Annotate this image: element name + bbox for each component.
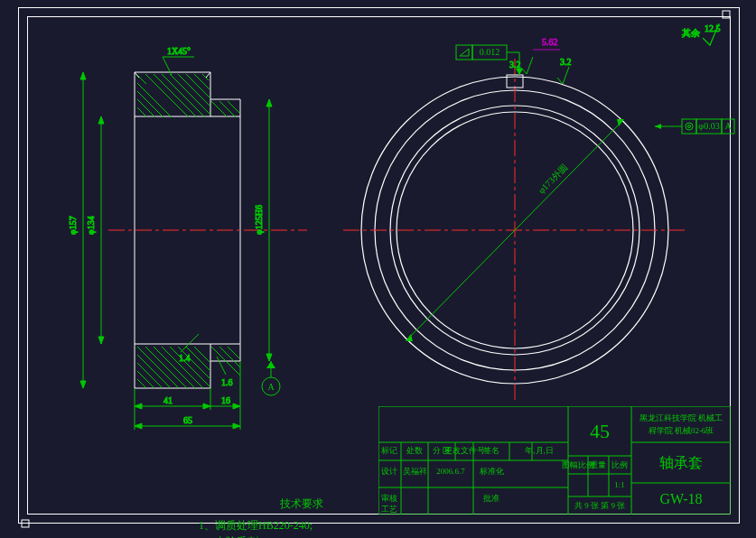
svg-text:12.5: 12.5 — [705, 23, 721, 33]
svg-line-34 — [219, 347, 240, 367]
svg-text:重量: 重量 — [590, 460, 606, 469]
svg-line-24 — [137, 371, 154, 388]
svg-rect-86 — [682, 119, 696, 134]
svg-line-32 — [194, 347, 210, 362]
svg-text:比例: 比例 — [611, 460, 628, 469]
tb-material: 45 — [590, 420, 610, 442]
svg-text:φ0.03: φ0.03 — [698, 121, 719, 131]
surface-general: 其余 12.5 — [682, 23, 721, 45]
dim-bore: φ125H6 — [254, 205, 264, 235]
svg-marker-44 — [266, 354, 272, 361]
svg-line-8 — [137, 99, 155, 117]
dim-len-step: 16 — [221, 395, 230, 405]
dim-chamfer: 1X45° — [167, 46, 191, 56]
svg-rect-95 — [723, 11, 730, 18]
svg-line-13 — [170, 74, 210, 115]
svg-text:处数: 处数 — [406, 446, 423, 455]
section-view: φ157 φ134 φ125H6 41 16 65 1X45° — [68, 46, 307, 430]
svg-marker-52 — [233, 423, 240, 429]
tb-school2: 程学院 机械02-6班 — [649, 426, 714, 435]
svg-marker-46 — [135, 404, 142, 409]
svg-line-5 — [137, 75, 146, 84]
svg-text:工艺: 工艺 — [381, 505, 397, 514]
tb-dwgno: GW-18 — [659, 491, 702, 506]
svg-marker-51 — [135, 423, 142, 429]
svg-line-7 — [137, 91, 163, 117]
svg-point-88 — [688, 125, 691, 128]
svg-text:审核: 审核 — [381, 494, 397, 503]
svg-point-87 — [686, 123, 693, 130]
svg-line-22 — [137, 355, 171, 388]
svg-line-11 — [154, 74, 197, 117]
svg-text:3.2: 3.2 — [509, 60, 521, 70]
svg-text:更改文件号: 更改文件号 — [444, 446, 485, 455]
tech-req-title: 技术要求 — [279, 497, 323, 510]
dim-s2: 1.6 — [221, 377, 233, 387]
svg-text:5.62: 5.62 — [542, 37, 558, 47]
tb-part-name: 轴承套 — [659, 455, 703, 470]
svg-text:A: A — [267, 382, 275, 392]
svg-marker-61 — [266, 361, 275, 368]
tb-school1: 黑龙江科技学院 机械工 — [639, 413, 723, 422]
tech-req-1: 1、调质处理HB220-240; — [199, 519, 313, 532]
svg-line-12 — [162, 74, 205, 117]
svg-line-30 — [178, 347, 210, 379]
svg-line-21 — [137, 347, 179, 388]
svg-line-18 — [211, 101, 228, 117]
svg-text:设计: 设计 — [381, 467, 397, 476]
datum-a: A — [262, 361, 280, 395]
svg-line-10 — [145, 74, 189, 117]
svg-line-29 — [170, 347, 210, 387]
svg-marker-41 — [98, 337, 104, 344]
svg-text:签名: 签名 — [483, 446, 499, 455]
svg-text:吴福祥: 吴福祥 — [403, 467, 427, 476]
svg-line-58 — [181, 334, 199, 352]
surface-finish-2: 3.2 — [557, 57, 572, 84]
svg-marker-37 — [80, 72, 86, 79]
svg-line-23 — [137, 363, 163, 388]
end-view: φ173外圆 — [343, 59, 686, 402]
svg-marker-85 — [655, 124, 661, 129]
svg-marker-40 — [98, 116, 104, 124]
dim-s1: 1.4 — [179, 353, 191, 363]
svg-text:A: A — [724, 121, 732, 131]
svg-marker-47 — [203, 404, 210, 409]
svg-rect-96 — [22, 520, 29, 527]
dim-outer: φ157 — [68, 216, 78, 235]
svg-marker-43 — [266, 99, 272, 107]
svg-text:标记: 标记 — [380, 446, 397, 455]
svg-line-14 — [178, 74, 210, 107]
svg-line-9 — [137, 107, 147, 117]
dim-mid: φ134 — [86, 216, 96, 235]
svg-line-25 — [137, 379, 146, 388]
title-block: 45 黑龙江科技学院 机械工 程学院 机械02-6班 轴承套 GW-18 标记 … — [378, 406, 731, 515]
svg-marker-38 — [80, 381, 86, 388]
dim-diagonal: φ173外圆 — [537, 162, 570, 196]
dim-len-main: 41 — [163, 395, 173, 405]
svg-text:批准: 批准 — [483, 494, 499, 503]
svg-text:2006.6.7: 2006.6.7 — [436, 467, 465, 476]
svg-marker-49 — [233, 404, 240, 409]
svg-text:1:1: 1:1 — [614, 480, 625, 489]
svg-marker-79 — [516, 69, 523, 75]
leader-dim: 5.62 — [533, 37, 560, 50]
svg-text:0.012: 0.012 — [480, 47, 500, 57]
svg-text:其余: 其余 — [682, 28, 700, 38]
svg-text:3.2: 3.2 — [560, 57, 572, 67]
dim-len-total: 65 — [183, 415, 192, 425]
svg-line-19 — [219, 101, 236, 117]
svg-text:标准化: 标准化 — [479, 467, 504, 476]
svg-text:共 9 张   第 9 张: 共 9 张 第 9 张 — [574, 501, 625, 510]
svg-text:年,月,日: 年,月,日 — [525, 446, 554, 455]
gdt-concentricity: φ0.03 A — [655, 119, 734, 134]
